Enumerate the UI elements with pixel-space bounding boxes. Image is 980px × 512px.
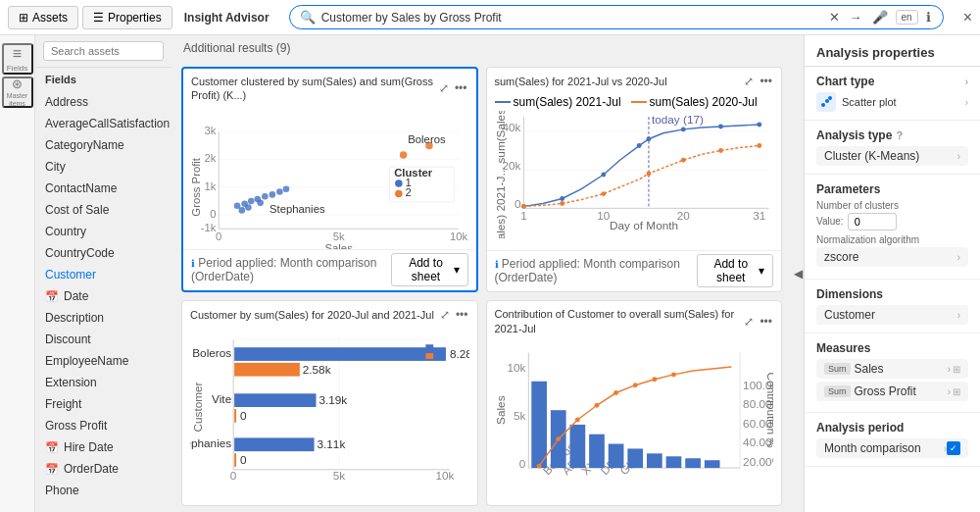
chart-1-add-to-sheet-button[interactable]: Add to sheet ▾	[391, 253, 467, 286]
svg-point-24	[238, 207, 245, 214]
measure-sales-row[interactable]: Sum Sales › ⊞	[816, 359, 968, 379]
sidebar-search-input[interactable]	[43, 41, 164, 61]
sidebar-item-grossprofit[interactable]: Gross Profit	[35, 415, 172, 436]
chart-2-menu-button[interactable]: •••	[759, 74, 773, 89]
svg-text:31: 31	[753, 209, 765, 222]
assets-icon: ⊞	[19, 11, 28, 25]
master-items-icon-btn[interactable]: ⊛ Master items	[2, 77, 33, 108]
svg-text:3.19k: 3.19k	[318, 393, 347, 406]
svg-point-127	[671, 372, 676, 377]
svg-point-21	[270, 191, 276, 198]
chart-1-menu-button[interactable]: •••	[454, 80, 468, 96]
svg-rect-85	[234, 438, 314, 452]
sidebar-item-contactname[interactable]: ContactName	[35, 178, 172, 199]
panel-collapse-button[interactable]: ◀	[792, 35, 804, 512]
svg-text:Stephanies: Stephanies	[270, 203, 325, 215]
svg-point-33	[395, 179, 403, 187]
chart-2-expand-button[interactable]: ⤢	[743, 74, 755, 89]
sidebar-item-phone[interactable]: Phone	[35, 480, 172, 501]
svg-point-58	[718, 124, 723, 128]
chart-1-body: Gross Profit Sales 3k 2k	[183, 105, 476, 250]
properties-tab[interactable]: ☰ Properties	[82, 6, 172, 29]
num-clusters-row: Number of clusters Value:	[816, 200, 968, 230]
clear-search-button[interactable]: ✕	[827, 8, 842, 26]
analysis-period-row[interactable]: Month comparison › ✓	[816, 438, 968, 458]
go-button[interactable]: →	[848, 8, 864, 26]
help-button[interactable]: ℹ	[924, 8, 933, 26]
svg-text:3k: 3k	[204, 125, 216, 136]
sidebar-item-description[interactable]: Description	[35, 307, 172, 329]
chart-1-expand-button[interactable]: ⤢	[438, 80, 450, 96]
svg-text:Boleros: Boleros	[408, 132, 446, 144]
svg-text:0: 0	[240, 453, 247, 466]
svg-text:10k: 10k	[450, 230, 468, 241]
svg-point-54	[601, 173, 606, 178]
sidebar-item-categoryname[interactable]: CategoryName	[35, 134, 172, 156]
chart-4-expand-button[interactable]: ⤢	[743, 314, 755, 330]
search-bar: 🔍 ✕ → 🎤 en ℹ	[289, 5, 944, 29]
svg-rect-82	[234, 409, 236, 423]
assets-tab-label: Assets	[32, 11, 68, 25]
chart-3-icons: ⤢ •••	[439, 307, 469, 323]
contactname-label: ContactName	[45, 181, 117, 195]
mic-button[interactable]: 🎤	[870, 8, 890, 26]
chart-3-expand-button[interactable]: ⤢	[439, 307, 451, 323]
fields-section-header: Fields	[35, 68, 172, 91]
sidebar-item-date[interactable]: 📅Date	[35, 285, 172, 307]
measure-grossprofit-row[interactable]: Sum Gross Profit › ⊞	[816, 382, 968, 401]
sidebar-item-avgcall[interactable]: AverageCallSatisfaction	[35, 113, 172, 134]
chart-3-menu-button[interactable]: •••	[455, 307, 469, 323]
sidebar-item-discount[interactable]: Discount	[35, 329, 172, 350]
close-button[interactable]: ×	[963, 9, 972, 26]
analysis-type-info-icon[interactable]: ?	[896, 129, 903, 141]
sidebar-item-country[interactable]: Country	[35, 221, 172, 242]
norm-algo-pill[interactable]: zscore ›	[816, 247, 968, 267]
assets-tab[interactable]: ⊞ Assets	[8, 6, 78, 29]
chart-1-header: Customer clustered by sum(Sales) and sum…	[183, 69, 476, 105]
sidebar-item-customer[interactable]: Customer	[35, 264, 172, 285]
line-legend-2021: sum(Sales) 2021-Jul	[514, 95, 621, 109]
sidebar-item-countrycode[interactable]: CountryCode	[35, 242, 172, 264]
norm-algo-chevron: ›	[957, 252, 960, 263]
norm-algo-value: zscore	[824, 250, 858, 264]
search-icon: 🔍	[300, 10, 316, 25]
analysis-type-pill[interactable]: Cluster (K-Means) ›	[816, 146, 968, 166]
sidebar-item-hiredate[interactable]: 📅Hire Date	[35, 436, 172, 458]
chart-type-row[interactable]: Scatter plot ›	[816, 92, 968, 112]
period-checkbox[interactable]: ✓	[947, 441, 960, 455]
sidebar-item-employeename[interactable]: EmployeeName	[35, 350, 172, 372]
fields-icon-btn[interactable]: ≡ Fields	[2, 43, 33, 75]
master-items-label: Master items	[4, 92, 31, 107]
sidebar-item-extension[interactable]: Extension	[35, 372, 172, 393]
chart-4-menu-button[interactable]: •••	[759, 314, 773, 330]
sidebar-item-orderdate[interactable]: 📅OrderDate	[35, 458, 172, 480]
svg-point-53	[560, 196, 564, 201]
svg-text:Contribution %: Contribution %	[764, 373, 773, 449]
additional-results-label: Additional results (9)	[183, 41, 290, 55]
extension-label: Extension	[45, 376, 97, 389]
svg-text:Vite: Vite	[212, 392, 232, 405]
lang-selector[interactable]: en	[896, 10, 918, 25]
gp-extra-icon: ⊞	[953, 386, 960, 397]
sidebar-item-address[interactable]: Address	[35, 91, 172, 113]
chart-2-add-to-sheet-button[interactable]: Add to sheet ▾	[697, 254, 773, 287]
dimension-customer-row[interactable]: Customer ›	[816, 305, 968, 325]
categoryname-label: CategoryName	[45, 138, 124, 152]
svg-point-120	[536, 464, 541, 469]
svg-rect-112	[569, 425, 585, 468]
sidebar-item-city[interactable]: City	[35, 156, 172, 178]
line-chart: today (17) 0 20k 40k 1	[495, 111, 774, 238]
sidebar-item-costofsale[interactable]: Cost of Sale	[35, 199, 172, 221]
search-input[interactable]	[321, 11, 821, 25]
gp-sum-tag: Sum	[824, 385, 851, 397]
svg-point-26	[245, 204, 252, 211]
sidebar-item-freight[interactable]: Freight	[35, 393, 172, 415]
num-clusters-input[interactable]	[848, 213, 897, 230]
analysis-type-value: Cluster (K-Means)	[824, 149, 919, 163]
chart-4-title: Contribution of Customer to overall sum(…	[495, 307, 740, 335]
dimensions-section: Dimensions Customer ›	[805, 280, 980, 333]
svg-text:today (17): today (17)	[651, 113, 703, 126]
address-label: Address	[45, 95, 88, 109]
discount-label: Discount	[45, 333, 91, 346]
svg-text:0: 0	[240, 409, 247, 422]
